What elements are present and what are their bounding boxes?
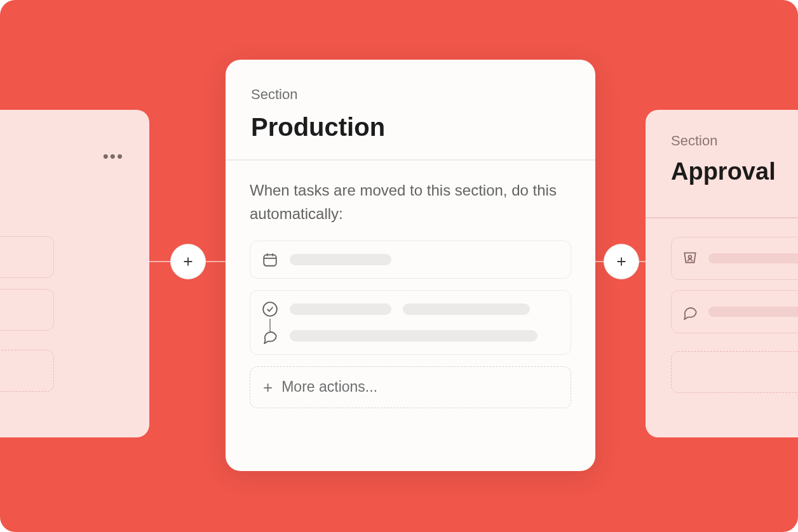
rule-placeholder [290, 330, 538, 342]
add-section-button[interactable] [604, 244, 639, 279]
section-title: Production [251, 113, 570, 142]
check-circle-icon [262, 301, 278, 317]
rule-card[interactable] [250, 241, 571, 279]
svg-point-1 [263, 302, 277, 316]
assignee-icon [682, 250, 698, 267]
rule-card[interactable] [671, 290, 798, 333]
rule-card-placeholder[interactable] [0, 236, 54, 278]
rule-placeholder [290, 303, 391, 315]
automation-helper-text: When tasks are moved to this section, do… [250, 178, 571, 225]
workflow-canvas: ••• Section Production When tasks are mo… [0, 0, 798, 532]
rule-placeholder [708, 307, 798, 317]
rule-placeholder [403, 303, 530, 315]
svg-rect-0 [264, 255, 276, 265]
section-badge: Section [671, 133, 798, 149]
more-actions-button[interactable]: + More actions... [250, 366, 571, 408]
plus-icon [181, 255, 195, 269]
more-actions-label: More actions... [281, 378, 377, 396]
rule-card-placeholder[interactable] [0, 289, 54, 331]
rule-placeholder [290, 254, 391, 265]
svg-point-2 [689, 255, 692, 258]
section-card-approval: Section Approval [646, 110, 798, 437]
add-rule-placeholder[interactable] [671, 351, 798, 393]
section-title: Approval [671, 158, 798, 185]
calendar-icon [262, 251, 278, 268]
section-badge: Section [251, 86, 570, 103]
rule-placeholder [708, 253, 798, 263]
rule-card[interactable] [250, 290, 571, 355]
add-rule-placeholder[interactable] [0, 350, 54, 392]
section-card-production: Section Production When tasks are moved … [226, 60, 595, 471]
divider [646, 217, 798, 218]
comment-icon [262, 328, 278, 344]
add-section-button[interactable] [170, 244, 206, 279]
plus-icon: + [263, 379, 273, 396]
comment-icon [682, 303, 698, 320]
section-card-previous: ••• [0, 110, 149, 437]
ellipsis-icon[interactable]: ••• [103, 147, 124, 166]
rule-card[interactable] [671, 237, 798, 280]
plus-icon [614, 255, 628, 269]
